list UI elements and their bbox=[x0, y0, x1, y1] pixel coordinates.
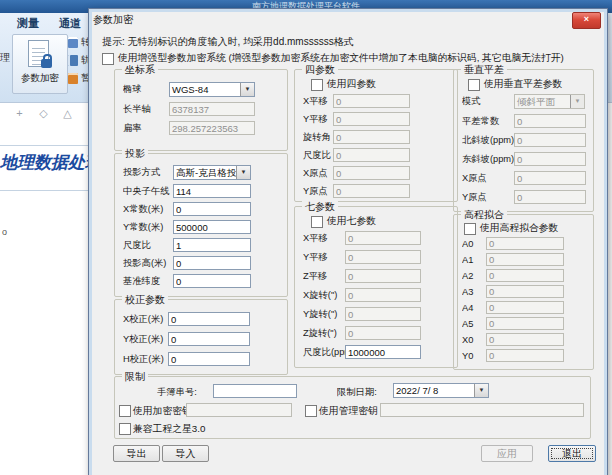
four-scale-field bbox=[333, 148, 410, 162]
flattening-label: 扁率 bbox=[123, 122, 169, 135]
use-vertical-adjust-checkbox[interactable] bbox=[468, 79, 480, 91]
seven-scale-ppm-field[interactable] bbox=[345, 345, 421, 359]
four-rotation-field bbox=[333, 130, 410, 144]
param-encrypt-dialog: 参数加密 × 提示: 无特别标识的角度输入时, 均采用dd.mmssssss格式… bbox=[88, 8, 608, 475]
group-four-params: 四参数 使用四参数 X平移 Y平移 旋转角 尺度比 X原点 Y原点 bbox=[294, 69, 458, 202]
tab-survey[interactable]: 测量 bbox=[14, 15, 42, 32]
north-slope-field bbox=[514, 133, 586, 147]
y-constant-label: Y常数(米) bbox=[123, 221, 173, 234]
convert-icon bbox=[68, 37, 78, 48]
use-four-params-checkbox[interactable] bbox=[311, 79, 323, 91]
y-correction-field[interactable] bbox=[168, 332, 250, 346]
serial-field[interactable] bbox=[213, 384, 297, 398]
seven-x-shift-field bbox=[345, 231, 421, 245]
toolstrip: + ◇ △ × bbox=[12, 106, 99, 121]
h-correction-field[interactable] bbox=[168, 352, 250, 366]
group-vertical-adjust: 垂直平差 使用垂直平差参数 模式 倾斜平面 ▼ 平差常数 北斜坡(ppm) 东斜… bbox=[453, 69, 594, 212]
base-latitude-field[interactable] bbox=[173, 274, 251, 288]
vert-x-origin-field bbox=[514, 171, 586, 185]
use-height-fitting-checkbox[interactable] bbox=[464, 223, 476, 235]
limit-date-label: 限制日期: bbox=[337, 386, 377, 399]
base-latitude-label: 基准纬度 bbox=[123, 275, 173, 288]
scale-ratio-field[interactable] bbox=[173, 238, 251, 252]
admin-key-field bbox=[380, 403, 584, 417]
param-encrypt-button-label: 参数加密 bbox=[21, 72, 59, 85]
chevron-down-icon[interactable]: ▼ bbox=[240, 83, 254, 96]
use-admin-key-checkbox[interactable] bbox=[305, 405, 317, 417]
projection-height-label: 投影高(米) bbox=[123, 257, 173, 270]
central-meridian-field[interactable] bbox=[173, 184, 251, 198]
enhanced-encrypt-checkbox[interactable] bbox=[102, 53, 114, 65]
four-y-origin-field bbox=[333, 184, 410, 198]
export-button[interactable]: 导出 bbox=[113, 445, 160, 462]
mode-label: 模式 bbox=[462, 95, 514, 108]
projection-height-field[interactable] bbox=[173, 256, 251, 270]
use-encrypt-key-checkbox[interactable] bbox=[119, 405, 131, 417]
exit-button[interactable]: 退出 bbox=[548, 445, 596, 462]
node-tool-icon[interactable]: ◇ bbox=[36, 106, 51, 121]
group-seven-params: 七参数 使用七参数 X平移 Y平移 Z平移 X旋转(") Y旋转(") Z旋转(… bbox=[294, 206, 458, 368]
tab-channel[interactable]: 通道 bbox=[56, 15, 84, 32]
group-restriction: 限制 手簿串号: 限制日期: 2022/ 7/ 8 ▼ 使用加密密钥 使用管理密… bbox=[114, 376, 591, 439]
group-height-fitting: 高程拟合 使用高程拟合参数 A0 A1 A2 A3 A4 A5 bbox=[453, 214, 594, 370]
four-x-origin-field bbox=[333, 166, 410, 180]
x-constant-label: X常数(米) bbox=[123, 203, 173, 216]
h-correction-label: H校正(米) bbox=[123, 353, 168, 366]
ellipsoid-label: 椭球 bbox=[123, 83, 169, 96]
report-icon bbox=[68, 73, 78, 84]
close-icon: × bbox=[584, 14, 589, 24]
scale-ratio-label: 尺度比 bbox=[123, 239, 173, 252]
triangle-tool-icon[interactable]: △ bbox=[60, 106, 75, 121]
seven-z-shift-field bbox=[345, 269, 421, 283]
group-coordinate-system: 坐标系 椭球 WGS-84 ▼ 长半轴 扁率 bbox=[114, 69, 288, 151]
a2-field bbox=[486, 269, 564, 282]
flattening-field bbox=[169, 121, 255, 135]
ellipsoid-select[interactable]: WGS-84 ▼ bbox=[169, 82, 255, 97]
chevron-down-icon[interactable]: ▼ bbox=[474, 384, 488, 397]
import-button[interactable]: 导入 bbox=[162, 445, 209, 462]
y0-field bbox=[486, 349, 564, 362]
serial-label: 手簿串号: bbox=[157, 386, 197, 399]
chevron-down-icon: ▼ bbox=[570, 95, 584, 108]
mini-button-3[interactable]: 暂 bbox=[68, 69, 88, 87]
mode-select: 倾斜平面 ▼ bbox=[514, 94, 585, 109]
x-correction-field[interactable] bbox=[168, 312, 250, 326]
seven-x-rotate-field bbox=[345, 288, 421, 302]
ribbon-group-label-fragment: 理 bbox=[0, 51, 10, 65]
compat-label: 兼容工程之星3.0 bbox=[133, 423, 205, 436]
compat-checkbox[interactable] bbox=[119, 423, 131, 435]
y-constant-field[interactable] bbox=[173, 220, 251, 234]
seven-y-rotate-field bbox=[345, 307, 421, 321]
document-lock-icon bbox=[28, 40, 52, 68]
y-correction-label: Y校正(米) bbox=[123, 333, 168, 346]
mini-button-2[interactable]: 轨 bbox=[68, 51, 88, 69]
ribbon-mini-buttons: 转 轨 暂 bbox=[68, 33, 88, 87]
stray-text: o bbox=[2, 227, 7, 237]
a5-field bbox=[486, 317, 564, 330]
a3-field bbox=[486, 285, 564, 298]
apply-button: 应用 bbox=[481, 445, 533, 462]
divider bbox=[0, 145, 88, 146]
x-correction-label: X校正(米) bbox=[123, 313, 168, 326]
x-constant-field[interactable] bbox=[173, 202, 251, 216]
four-x-shift-field bbox=[333, 94, 410, 108]
a4-field bbox=[486, 301, 564, 314]
use-seven-params-checkbox[interactable] bbox=[311, 216, 323, 228]
hint-text: 提示: 无特别标识的角度输入时, 均采用dd.mmssssss格式 bbox=[102, 35, 354, 49]
semimajor-field bbox=[169, 102, 255, 116]
app-banner-text: 地理数据处理平 bbox=[0, 151, 88, 174]
param-encrypt-button[interactable]: 参数加密 bbox=[12, 34, 68, 94]
point-tool-icon[interactable]: + bbox=[12, 106, 27, 121]
east-slope-field bbox=[514, 152, 586, 166]
seven-y-shift-field bbox=[345, 250, 421, 264]
limit-date-select[interactable]: 2022/ 7/ 8 ▼ bbox=[393, 383, 489, 398]
track-icon bbox=[68, 55, 78, 66]
projection-mode-select[interactable]: 高斯-克吕格投影 ▼ bbox=[173, 165, 251, 180]
chevron-down-icon[interactable]: ▼ bbox=[236, 166, 250, 179]
close-button[interactable]: × bbox=[572, 12, 601, 29]
mini-button-1[interactable]: 转 bbox=[68, 33, 88, 51]
divider bbox=[0, 190, 88, 191]
vert-y-origin-field bbox=[514, 190, 586, 204]
central-meridian-label: 中央子午线 bbox=[123, 185, 173, 198]
four-y-shift-field bbox=[333, 112, 410, 126]
